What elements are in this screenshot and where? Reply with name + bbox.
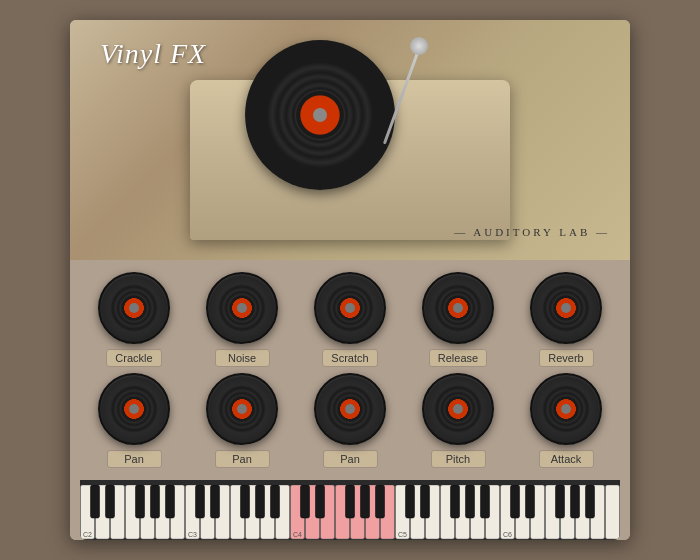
crackle-label: Crackle xyxy=(106,349,161,367)
svg-rect-41 xyxy=(91,485,100,518)
knob-item-noise: Noise xyxy=(197,272,287,367)
release-knob[interactable] xyxy=(422,272,494,344)
app-title: Vinyl FX xyxy=(100,38,206,70)
svg-rect-60 xyxy=(481,485,490,518)
svg-text:C2: C2 xyxy=(83,531,92,538)
svg-rect-63 xyxy=(556,485,565,518)
svg-rect-50 xyxy=(271,485,280,518)
svg-rect-46 xyxy=(196,485,205,518)
svg-rect-62 xyxy=(526,485,535,518)
controls-section: Crackle Noise Scratch Release Reverb xyxy=(70,260,630,540)
svg-rect-59 xyxy=(466,485,475,518)
svg-rect-56 xyxy=(406,485,415,518)
noise-label: Noise xyxy=(215,349,270,367)
svg-rect-58 xyxy=(451,485,460,518)
knob-item-pitch: Pitch xyxy=(413,373,503,468)
svg-rect-52 xyxy=(316,485,325,518)
svg-rect-51 xyxy=(301,485,310,518)
pan1-label: Pan xyxy=(107,450,162,468)
svg-text:C3: C3 xyxy=(188,531,197,538)
piano-keyboard[interactable]: C2C3C4C5C6 xyxy=(80,485,620,540)
knob-item-attack: Attack xyxy=(521,373,611,468)
svg-text:C6: C6 xyxy=(503,531,512,538)
tonearm-pivot xyxy=(410,37,428,55)
attack-knob[interactable] xyxy=(530,373,602,445)
keyboard-section: C2C3C4C5C6 xyxy=(80,480,620,540)
controls-row-2: Pan Pan Pan Pitch Attack xyxy=(80,373,620,468)
knob-item-reverb: Reverb xyxy=(521,272,611,367)
knob-item-scratch: Scratch xyxy=(305,272,395,367)
svg-rect-40 xyxy=(606,485,620,539)
turntable-base xyxy=(190,80,510,240)
svg-rect-43 xyxy=(136,485,145,518)
svg-rect-64 xyxy=(571,485,580,518)
svg-rect-42 xyxy=(106,485,115,518)
pan3-knob[interactable] xyxy=(314,373,386,445)
main-record xyxy=(245,40,395,190)
pan2-label: Pan xyxy=(215,450,270,468)
pitch-knob[interactable] xyxy=(422,373,494,445)
reverb-knob[interactable] xyxy=(530,272,602,344)
svg-rect-53 xyxy=(346,485,355,518)
svg-text:C4: C4 xyxy=(293,531,302,538)
knob-item-pan2: Pan xyxy=(197,373,287,468)
svg-rect-47 xyxy=(211,485,220,518)
svg-rect-54 xyxy=(361,485,370,518)
svg-rect-45 xyxy=(166,485,175,518)
svg-rect-49 xyxy=(256,485,265,518)
attack-label: Attack xyxy=(539,450,594,468)
knob-item-release: Release xyxy=(413,272,503,367)
svg-rect-44 xyxy=(151,485,160,518)
crackle-knob[interactable] xyxy=(98,272,170,344)
pan1-knob[interactable] xyxy=(98,373,170,445)
release-label: Release xyxy=(429,349,487,367)
svg-rect-61 xyxy=(511,485,520,518)
pan3-label: Pan xyxy=(323,450,378,468)
svg-rect-57 xyxy=(421,485,430,518)
svg-text:C5: C5 xyxy=(398,531,407,538)
controls-row-1: Crackle Noise Scratch Release Reverb xyxy=(80,272,620,367)
knob-item-pan1: Pan xyxy=(89,373,179,468)
pitch-label: Pitch xyxy=(431,450,486,468)
scratch-knob[interactable] xyxy=(314,272,386,344)
knob-item-pan3: Pan xyxy=(305,373,395,468)
svg-rect-65 xyxy=(586,485,595,518)
svg-rect-48 xyxy=(241,485,250,518)
plugin-window: Vinyl FX — Auditory Lab — Crackle Noise … xyxy=(70,20,630,540)
brand-label: — Auditory Lab — xyxy=(454,226,610,238)
turntable-section: Vinyl FX — Auditory Lab — xyxy=(70,20,630,260)
noise-knob[interactable] xyxy=(206,272,278,344)
svg-rect-55 xyxy=(376,485,385,518)
knob-item-crackle: Crackle xyxy=(89,272,179,367)
scratch-label: Scratch xyxy=(322,349,377,367)
pan2-knob[interactable] xyxy=(206,373,278,445)
reverb-label: Reverb xyxy=(539,349,594,367)
